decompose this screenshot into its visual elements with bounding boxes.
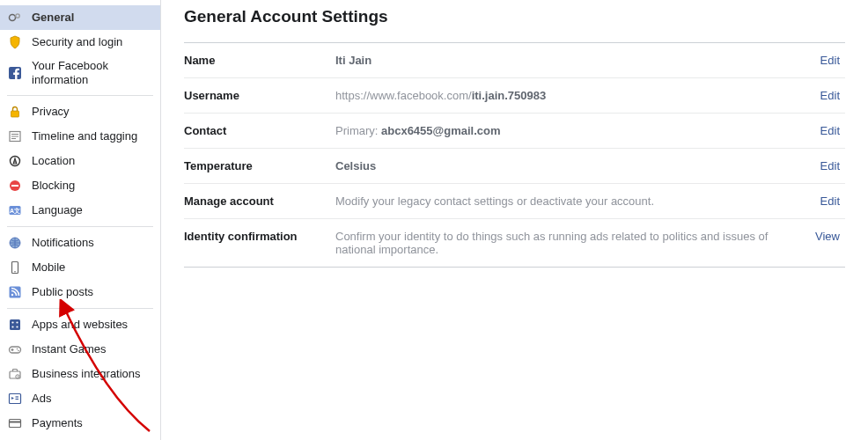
card-icon	[7, 415, 23, 431]
sidebar-item-label: Apps and websites	[32, 318, 128, 332]
svg-text:A文: A文	[10, 207, 20, 215]
sidebar-item-label: Mobile	[32, 260, 65, 275]
row-value: Modify your legacy contact settings or d…	[335, 194, 796, 208]
settings-row: NameIti JainEdit	[184, 43, 845, 78]
svg-point-16	[14, 271, 16, 273]
sidebar-item-label: Your Facebook information	[32, 59, 153, 87]
mobile-icon	[7, 260, 23, 275]
svg-rect-19	[10, 319, 20, 330]
news-icon	[7, 128, 23, 144]
svg-point-0	[10, 15, 16, 21]
gamepad-icon	[7, 341, 23, 357]
settings-row: Identity confirmationConfirm your identi…	[184, 219, 845, 268]
row-value: Iti Jain	[335, 54, 796, 67]
sidebar-item-payments[interactable]: Payments	[0, 411, 160, 436]
settings-row: ContactPrimary: abcx6455@gmail.comEdit	[184, 114, 845, 149]
sidebar-item-label: Instant Games	[32, 342, 107, 356]
sidebar-item-bizint[interactable]: Business integrations	[0, 362, 160, 386]
row-value: Confirm your identity to do things such …	[335, 230, 796, 256]
view-link[interactable]: View	[815, 230, 840, 243]
svg-rect-3	[11, 111, 19, 117]
sidebar-item-language[interactable]: A文Language	[0, 198, 160, 223]
sidebar-item-blocking[interactable]: Blocking	[0, 173, 160, 198]
blocking-icon	[7, 178, 23, 194]
briefcase-icon	[7, 366, 23, 382]
lock-icon	[7, 104, 23, 120]
settings-row: TemperatureCelsiusEdit	[184, 149, 845, 184]
sidebar-item-label: General	[32, 11, 74, 25]
page-title: General Account Settings	[184, 7, 845, 26]
row-value: Primary: abcx6455@gmail.com	[335, 124, 796, 137]
row-label: Identity confirmation	[184, 230, 335, 256]
shield-icon	[7, 34, 23, 50]
sidebar-item-support[interactable]: Support Inbox	[0, 436, 160, 440]
row-label: Username	[184, 89, 335, 102]
sidebar-item-notifications[interactable]: Notifications	[0, 231, 160, 255]
location-icon	[7, 153, 23, 169]
sidebar-item-label: Notifications	[32, 236, 94, 250]
globe-icon	[7, 235, 23, 251]
sidebar-item-label: Security and login	[32, 35, 122, 49]
sidebar-item-ads[interactable]: Ads	[0, 386, 160, 411]
edit-link[interactable]: Edit	[820, 159, 840, 172]
svg-rect-35	[10, 422, 21, 423]
svg-point-1	[16, 14, 19, 18]
sidebar-item-timeline[interactable]: Timeline and tagging	[0, 124, 160, 149]
svg-point-20	[11, 321, 13, 323]
sidebar-item-yourinfo[interactable]: Your Facebook information	[0, 55, 160, 92]
row-value: https://www.facebook.com/iti.jain.750983	[335, 89, 796, 102]
apps-icon	[7, 317, 23, 333]
sidebar-item-label: Payments	[32, 416, 83, 430]
sidebar-item-label: Timeline and tagging	[32, 129, 137, 143]
sidebar-item-security[interactable]: Security and login	[0, 30, 160, 55]
row-label: Manage account	[184, 194, 335, 208]
sidebar-item-label: Blocking	[32, 179, 75, 193]
language-icon: A文	[7, 202, 23, 218]
edit-link[interactable]: Edit	[820, 194, 840, 208]
settings-row: Manage accountModify your legacy contact…	[184, 184, 845, 219]
gear-icon	[7, 10, 23, 26]
edit-link[interactable]: Edit	[820, 89, 840, 102]
sidebar-item-label: Ads	[32, 392, 51, 406]
row-label: Contact	[184, 124, 335, 137]
settings-row: Usernamehttps://www.facebook.com/iti.jai…	[184, 78, 845, 114]
svg-rect-31	[10, 394, 21, 404]
row-label: Name	[184, 54, 335, 67]
svg-point-23	[16, 326, 18, 327]
edit-link[interactable]: Edit	[820, 124, 840, 137]
sidebar-item-publicposts[interactable]: Public posts	[0, 280, 160, 304]
row-value: Celsius	[335, 159, 796, 172]
svg-point-21	[16, 321, 18, 323]
facebook-icon	[7, 65, 23, 81]
settings-table: NameIti JainEditUsernamehttps://www.face…	[184, 42, 845, 268]
sidebar-item-games[interactable]: Instant Games	[0, 337, 160, 362]
sidebar-item-label: Business integrations	[32, 367, 141, 381]
svg-rect-11	[11, 185, 18, 187]
sidebar-item-mobile[interactable]: Mobile	[0, 255, 160, 280]
svg-point-27	[17, 348, 18, 350]
sidebar-item-label: Public posts	[32, 285, 93, 299]
sidebar-item-location[interactable]: Location	[0, 149, 160, 173]
row-label: Temperature	[184, 159, 335, 172]
rss-icon	[7, 284, 23, 300]
ad-icon	[7, 391, 23, 407]
sidebar-item-label: Location	[32, 154, 75, 168]
sidebar-item-label: Privacy	[32, 105, 70, 119]
svg-rect-34	[10, 420, 21, 428]
main-content: General Account Settings NameIti JainEdi…	[161, 0, 868, 440]
sidebar-item-apps[interactable]: Apps and websites	[0, 312, 160, 337]
svg-rect-24	[10, 347, 21, 353]
edit-link[interactable]: Edit	[820, 54, 840, 67]
sidebar-item-label: Language	[32, 203, 83, 217]
sidebar-item-general[interactable]: General	[0, 5, 160, 30]
svg-point-22	[11, 326, 13, 327]
svg-point-28	[18, 350, 19, 352]
sidebar-item-privacy[interactable]: Privacy	[0, 99, 160, 124]
svg-point-18	[11, 294, 13, 296]
settings-sidebar: GeneralSecurity and loginYour Facebook i…	[0, 0, 161, 440]
